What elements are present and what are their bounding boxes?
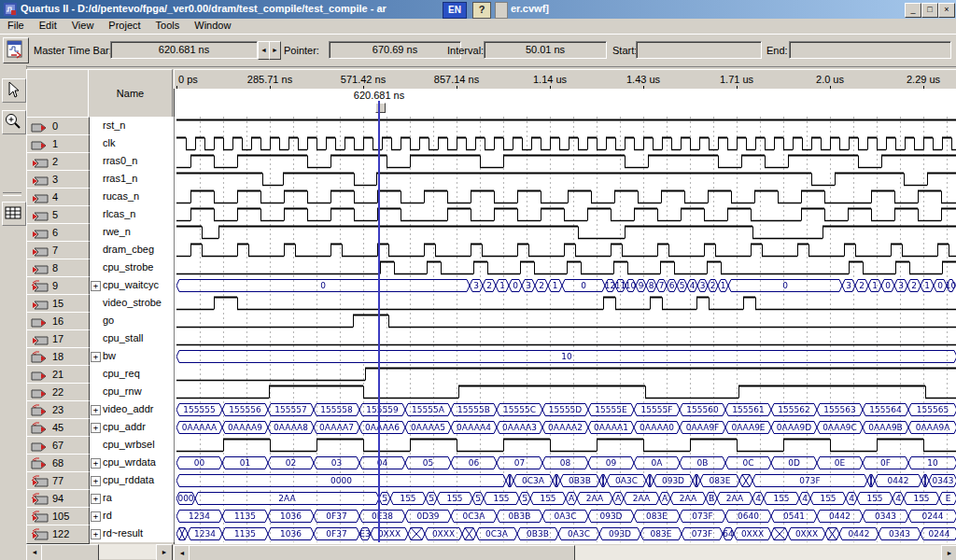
signal-name-cell[interactable]: +video_addr bbox=[88, 400, 174, 418]
expand-icon[interactable]: + bbox=[91, 405, 101, 415]
grid-tool-button[interactable] bbox=[2, 202, 26, 226]
row-select-button[interactable]: 122 bbox=[26, 525, 90, 544]
title-bar: Quartus II - D:/d/pentevo/fpga/_ver0.00/… bbox=[0, 0, 956, 19]
row-select-button[interactable]: 6 bbox=[26, 223, 90, 243]
row-select-button[interactable]: 16 bbox=[26, 312, 90, 331]
row-select-button[interactable]: 9 bbox=[26, 276, 90, 296]
timeline-tick-label: 2.29 us bbox=[907, 74, 940, 85]
signal-name-cell[interactable]: rras1_n bbox=[88, 170, 174, 188]
signal-name-cell[interactable]: cpu_strobe bbox=[88, 259, 174, 276]
expand-icon[interactable]: + bbox=[91, 476, 101, 486]
master-time-bar-field[interactable]: 620.681 ns bbox=[110, 41, 258, 59]
expand-icon[interactable]: + bbox=[91, 529, 101, 539]
row-select-button[interactable]: 0 bbox=[26, 117, 90, 136]
menu-item-tools[interactable]: Tools bbox=[148, 19, 188, 34]
row-select-button[interactable]: 21 bbox=[26, 365, 90, 385]
signal-name: cpu_stall bbox=[103, 332, 143, 343]
signal-name-cell[interactable]: +bw bbox=[88, 347, 174, 365]
help-icon[interactable]: ? bbox=[472, 2, 491, 19]
menu-item-file[interactable]: File bbox=[0, 19, 32, 34]
close-button[interactable]: × bbox=[938, 3, 955, 18]
waveform-area: 620.681 ns bbox=[174, 89, 956, 544]
signal-name-cell[interactable]: cpu_wrbsel bbox=[88, 436, 174, 454]
signal-name-cell[interactable]: cpu_rnw bbox=[88, 383, 174, 400]
row-number: 3 bbox=[52, 174, 58, 185]
signal-row: 6rwe_n bbox=[26, 223, 174, 241]
signal-name-cell[interactable]: +cpu_rddata bbox=[88, 471, 174, 489]
row-select-button[interactable]: 3 bbox=[26, 170, 90, 189]
expand-icon[interactable]: + bbox=[91, 281, 101, 291]
signal-name-cell[interactable]: clk bbox=[88, 134, 174, 152]
row-select-button[interactable]: 17 bbox=[26, 329, 90, 349]
row-select-button[interactable]: 1 bbox=[26, 134, 90, 154]
names-scrollbar-thumb[interactable] bbox=[41, 544, 99, 560]
signal-name-cell[interactable]: rst_n bbox=[88, 117, 174, 134]
row-select-button[interactable]: 94 bbox=[26, 489, 90, 509]
language-badge[interactable]: EN bbox=[443, 2, 467, 19]
expand-icon[interactable]: + bbox=[91, 494, 101, 504]
restore-button[interactable]: □ bbox=[921, 3, 938, 18]
time-spin-right-icon[interactable]: ► bbox=[269, 41, 281, 60]
cursor-handle[interactable] bbox=[375, 103, 386, 113]
signal-name-cell[interactable]: dram_cbeg bbox=[88, 241, 174, 259]
signal-name-cell[interactable]: rucas_n bbox=[88, 188, 174, 205]
wave-scroll-right-icon[interactable]: ► bbox=[941, 545, 956, 560]
waveform-scrollbar[interactable]: ◄ ► bbox=[174, 545, 956, 560]
output-port-icon bbox=[30, 510, 49, 524]
signal-name-cell[interactable]: cpu_req bbox=[88, 365, 174, 383]
names-scrollbar[interactable]: ◄ ► bbox=[26, 544, 171, 559]
row-number: 21 bbox=[52, 369, 63, 380]
signal-name-cell[interactable]: +cpu_addr bbox=[88, 418, 174, 436]
signal-name-cell[interactable]: +cpu_wrdata bbox=[88, 454, 174, 471]
row-select-button[interactable]: 5 bbox=[26, 205, 90, 225]
row-select-button[interactable]: 15 bbox=[26, 294, 90, 314]
signal-name: cpu_strobe bbox=[103, 261, 153, 273]
row-select-button[interactable]: 68 bbox=[26, 454, 90, 473]
expand-icon[interactable]: + bbox=[91, 352, 101, 362]
row-select-button[interactable]: 23 bbox=[26, 400, 90, 420]
expand-icon[interactable]: + bbox=[91, 511, 101, 522]
row-select-button[interactable]: 7 bbox=[26, 241, 90, 260]
signal-name-cell[interactable]: +cpu_waitcyc bbox=[88, 276, 174, 294]
signal-name-cell[interactable]: video_strobe bbox=[88, 294, 174, 312]
timeline-ruler[interactable]: 0 ps285.71 ns571.42 ns857.14 ns1.14 us1.… bbox=[174, 69, 956, 91]
signal-name-cell[interactable]: +rd bbox=[88, 507, 174, 525]
menu-item-window[interactable]: Window bbox=[187, 19, 238, 34]
report-tool-button[interactable] bbox=[3, 37, 29, 63]
waveform-canvas[interactable] bbox=[176, 117, 956, 542]
row-select-button[interactable]: 67 bbox=[26, 436, 90, 455]
signal-row: 77+cpu_rddata bbox=[26, 471, 174, 489]
start-field[interactable] bbox=[636, 41, 762, 59]
quartus-window: Quartus II - D:/d/pentevo/fpga/_ver0.00/… bbox=[0, 0, 956, 560]
row-select-button[interactable]: 45 bbox=[26, 418, 90, 438]
signal-name-cell[interactable]: rwe_n bbox=[88, 223, 174, 241]
row-select-button[interactable]: 8 bbox=[26, 259, 90, 278]
signal-name-cell[interactable]: rlcas_n bbox=[88, 205, 174, 223]
expand-icon[interactable]: + bbox=[91, 458, 101, 469]
row-select-button[interactable]: 2 bbox=[26, 152, 90, 172]
end-field[interactable] bbox=[789, 41, 951, 59]
signal-name-cell[interactable]: cpu_stall bbox=[88, 329, 174, 347]
row-select-button[interactable]: 77 bbox=[26, 471, 90, 491]
signal-name-cell[interactable]: +rd~result bbox=[88, 525, 174, 542]
signal-name-cell[interactable]: +ra bbox=[88, 489, 174, 507]
pointer-tool-button[interactable] bbox=[2, 78, 26, 103]
menu-item-view[interactable]: View bbox=[64, 19, 102, 34]
timeline-tick-label: 0 ps bbox=[178, 74, 198, 85]
waveform-scrollbar-thumb[interactable] bbox=[189, 545, 575, 560]
row-select-button[interactable]: 4 bbox=[26, 188, 90, 207]
signal-name-cell[interactable]: go bbox=[88, 312, 174, 329]
signal-name-cell[interactable]: rras0_n bbox=[88, 152, 174, 170]
row-select-button[interactable]: 18 bbox=[26, 347, 90, 367]
row-select-button[interactable]: 105 bbox=[26, 507, 90, 526]
menu-item-project[interactable]: Project bbox=[101, 19, 148, 34]
expand-icon[interactable]: + bbox=[91, 423, 101, 433]
zoom-tool-button[interactable] bbox=[2, 110, 26, 134]
minimize-button[interactable]: _ bbox=[905, 3, 921, 18]
master-time-bar-cursor[interactable] bbox=[378, 101, 380, 542]
names-scroll-right-icon[interactable]: ► bbox=[156, 544, 173, 560]
language-bar-fragment[interactable] bbox=[495, 2, 508, 19]
row-select-button[interactable]: 22 bbox=[26, 383, 90, 402]
menu-item-edit[interactable]: Edit bbox=[32, 19, 64, 34]
timeline-tick-label: 1.14 us bbox=[533, 74, 567, 85]
